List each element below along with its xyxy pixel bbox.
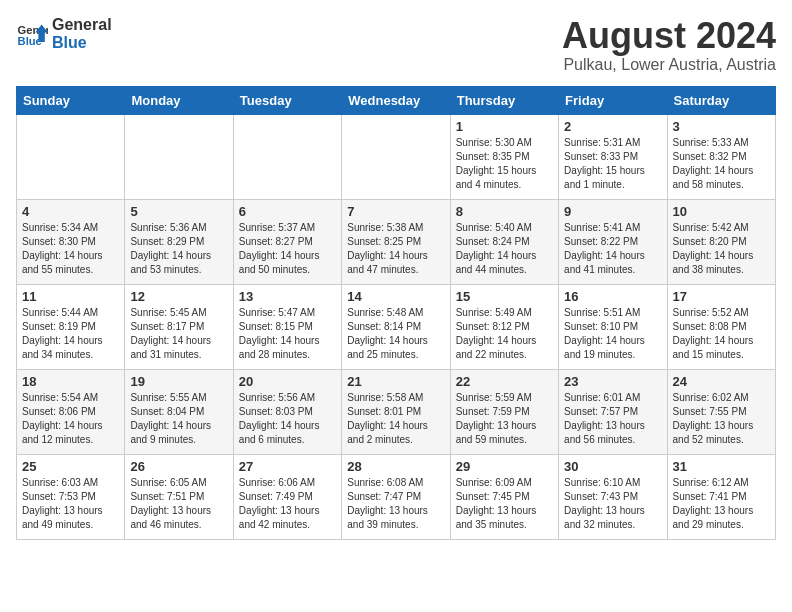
- day-number: 10: [673, 204, 770, 219]
- calendar-header: SundayMondayTuesdayWednesdayThursdayFrid…: [17, 86, 776, 114]
- calendar-cell: 9Sunrise: 5:41 AM Sunset: 8:22 PM Daylig…: [559, 199, 667, 284]
- day-number: 28: [347, 459, 444, 474]
- day-info: Sunrise: 5:41 AM Sunset: 8:22 PM Dayligh…: [564, 221, 661, 277]
- header-day-tuesday: Tuesday: [233, 86, 341, 114]
- calendar-cell: 3Sunrise: 5:33 AM Sunset: 8:32 PM Daylig…: [667, 114, 775, 199]
- week-row-4: 18Sunrise: 5:54 AM Sunset: 8:06 PM Dayli…: [17, 369, 776, 454]
- calendar-cell: 22Sunrise: 5:59 AM Sunset: 7:59 PM Dayli…: [450, 369, 558, 454]
- day-number: 3: [673, 119, 770, 134]
- header-day-monday: Monday: [125, 86, 233, 114]
- day-number: 18: [22, 374, 119, 389]
- day-info: Sunrise: 5:38 AM Sunset: 8:25 PM Dayligh…: [347, 221, 444, 277]
- day-info: Sunrise: 5:58 AM Sunset: 8:01 PM Dayligh…: [347, 391, 444, 447]
- day-number: 26: [130, 459, 227, 474]
- day-info: Sunrise: 5:56 AM Sunset: 8:03 PM Dayligh…: [239, 391, 336, 447]
- header-day-friday: Friday: [559, 86, 667, 114]
- day-info: Sunrise: 6:06 AM Sunset: 7:49 PM Dayligh…: [239, 476, 336, 532]
- day-number: 13: [239, 289, 336, 304]
- day-info: Sunrise: 5:30 AM Sunset: 8:35 PM Dayligh…: [456, 136, 553, 192]
- day-info: Sunrise: 5:52 AM Sunset: 8:08 PM Dayligh…: [673, 306, 770, 362]
- header-day-saturday: Saturday: [667, 86, 775, 114]
- day-number: 20: [239, 374, 336, 389]
- day-info: Sunrise: 5:45 AM Sunset: 8:17 PM Dayligh…: [130, 306, 227, 362]
- day-number: 31: [673, 459, 770, 474]
- day-info: Sunrise: 6:09 AM Sunset: 7:45 PM Dayligh…: [456, 476, 553, 532]
- calendar-cell: 16Sunrise: 5:51 AM Sunset: 8:10 PM Dayli…: [559, 284, 667, 369]
- day-info: Sunrise: 5:49 AM Sunset: 8:12 PM Dayligh…: [456, 306, 553, 362]
- logo-icon: General Blue: [16, 18, 48, 50]
- calendar-cell: 19Sunrise: 5:55 AM Sunset: 8:04 PM Dayli…: [125, 369, 233, 454]
- day-info: Sunrise: 6:08 AM Sunset: 7:47 PM Dayligh…: [347, 476, 444, 532]
- day-info: Sunrise: 5:33 AM Sunset: 8:32 PM Dayligh…: [673, 136, 770, 192]
- day-number: 27: [239, 459, 336, 474]
- logo-general: General: [52, 16, 112, 34]
- day-number: 25: [22, 459, 119, 474]
- calendar-cell: 7Sunrise: 5:38 AM Sunset: 8:25 PM Daylig…: [342, 199, 450, 284]
- calendar-cell: 1Sunrise: 5:30 AM Sunset: 8:35 PM Daylig…: [450, 114, 558, 199]
- day-info: Sunrise: 5:55 AM Sunset: 8:04 PM Dayligh…: [130, 391, 227, 447]
- week-row-5: 25Sunrise: 6:03 AM Sunset: 7:53 PM Dayli…: [17, 454, 776, 539]
- header-day-wednesday: Wednesday: [342, 86, 450, 114]
- day-info: Sunrise: 5:48 AM Sunset: 8:14 PM Dayligh…: [347, 306, 444, 362]
- calendar-cell: 24Sunrise: 6:02 AM Sunset: 7:55 PM Dayli…: [667, 369, 775, 454]
- calendar-cell: 25Sunrise: 6:03 AM Sunset: 7:53 PM Dayli…: [17, 454, 125, 539]
- calendar-cell: 4Sunrise: 5:34 AM Sunset: 8:30 PM Daylig…: [17, 199, 125, 284]
- calendar-cell: 30Sunrise: 6:10 AM Sunset: 7:43 PM Dayli…: [559, 454, 667, 539]
- day-number: 17: [673, 289, 770, 304]
- day-number: 23: [564, 374, 661, 389]
- day-info: Sunrise: 5:34 AM Sunset: 8:30 PM Dayligh…: [22, 221, 119, 277]
- day-number: 16: [564, 289, 661, 304]
- day-number: 24: [673, 374, 770, 389]
- day-info: Sunrise: 5:51 AM Sunset: 8:10 PM Dayligh…: [564, 306, 661, 362]
- calendar-cell: 15Sunrise: 5:49 AM Sunset: 8:12 PM Dayli…: [450, 284, 558, 369]
- header-day-thursday: Thursday: [450, 86, 558, 114]
- day-info: Sunrise: 5:40 AM Sunset: 8:24 PM Dayligh…: [456, 221, 553, 277]
- calendar-cell: [125, 114, 233, 199]
- day-info: Sunrise: 5:54 AM Sunset: 8:06 PM Dayligh…: [22, 391, 119, 447]
- day-number: 15: [456, 289, 553, 304]
- calendar-cell: 20Sunrise: 5:56 AM Sunset: 8:03 PM Dayli…: [233, 369, 341, 454]
- day-number: 11: [22, 289, 119, 304]
- calendar-cell: 10Sunrise: 5:42 AM Sunset: 8:20 PM Dayli…: [667, 199, 775, 284]
- calendar-cell: 27Sunrise: 6:06 AM Sunset: 7:49 PM Dayli…: [233, 454, 341, 539]
- day-info: Sunrise: 5:44 AM Sunset: 8:19 PM Dayligh…: [22, 306, 119, 362]
- calendar-cell: 2Sunrise: 5:31 AM Sunset: 8:33 PM Daylig…: [559, 114, 667, 199]
- week-row-1: 1Sunrise: 5:30 AM Sunset: 8:35 PM Daylig…: [17, 114, 776, 199]
- calendar-cell: 13Sunrise: 5:47 AM Sunset: 8:15 PM Dayli…: [233, 284, 341, 369]
- calendar-cell: 6Sunrise: 5:37 AM Sunset: 8:27 PM Daylig…: [233, 199, 341, 284]
- calendar-cell: 18Sunrise: 5:54 AM Sunset: 8:06 PM Dayli…: [17, 369, 125, 454]
- header-day-sunday: Sunday: [17, 86, 125, 114]
- week-row-2: 4Sunrise: 5:34 AM Sunset: 8:30 PM Daylig…: [17, 199, 776, 284]
- calendar-cell: [17, 114, 125, 199]
- day-info: Sunrise: 6:05 AM Sunset: 7:51 PM Dayligh…: [130, 476, 227, 532]
- calendar-subtitle: Pulkau, Lower Austria, Austria: [562, 56, 776, 74]
- calendar-cell: 5Sunrise: 5:36 AM Sunset: 8:29 PM Daylig…: [125, 199, 233, 284]
- day-number: 21: [347, 374, 444, 389]
- day-number: 6: [239, 204, 336, 219]
- day-number: 30: [564, 459, 661, 474]
- calendar-cell: 29Sunrise: 6:09 AM Sunset: 7:45 PM Dayli…: [450, 454, 558, 539]
- day-info: Sunrise: 5:36 AM Sunset: 8:29 PM Dayligh…: [130, 221, 227, 277]
- calendar-cell: 8Sunrise: 5:40 AM Sunset: 8:24 PM Daylig…: [450, 199, 558, 284]
- svg-text:Blue: Blue: [18, 35, 42, 47]
- week-row-3: 11Sunrise: 5:44 AM Sunset: 8:19 PM Dayli…: [17, 284, 776, 369]
- calendar-title: August 2024: [562, 16, 776, 56]
- calendar-cell: 11Sunrise: 5:44 AM Sunset: 8:19 PM Dayli…: [17, 284, 125, 369]
- calendar-cell: [233, 114, 341, 199]
- calendar-cell: 12Sunrise: 5:45 AM Sunset: 8:17 PM Dayli…: [125, 284, 233, 369]
- day-info: Sunrise: 6:02 AM Sunset: 7:55 PM Dayligh…: [673, 391, 770, 447]
- calendar-body: 1Sunrise: 5:30 AM Sunset: 8:35 PM Daylig…: [17, 114, 776, 539]
- day-number: 29: [456, 459, 553, 474]
- day-number: 4: [22, 204, 119, 219]
- logo-blue: Blue: [52, 34, 112, 52]
- calendar-cell: [342, 114, 450, 199]
- calendar-cell: 31Sunrise: 6:12 AM Sunset: 7:41 PM Dayli…: [667, 454, 775, 539]
- day-number: 9: [564, 204, 661, 219]
- page-header: General Blue General Blue August 2024 Pu…: [16, 16, 776, 74]
- calendar-cell: 14Sunrise: 5:48 AM Sunset: 8:14 PM Dayli…: [342, 284, 450, 369]
- day-number: 1: [456, 119, 553, 134]
- day-info: Sunrise: 6:01 AM Sunset: 7:57 PM Dayligh…: [564, 391, 661, 447]
- title-block: August 2024 Pulkau, Lower Austria, Austr…: [562, 16, 776, 74]
- calendar-cell: 28Sunrise: 6:08 AM Sunset: 7:47 PM Dayli…: [342, 454, 450, 539]
- calendar-table: SundayMondayTuesdayWednesdayThursdayFrid…: [16, 86, 776, 540]
